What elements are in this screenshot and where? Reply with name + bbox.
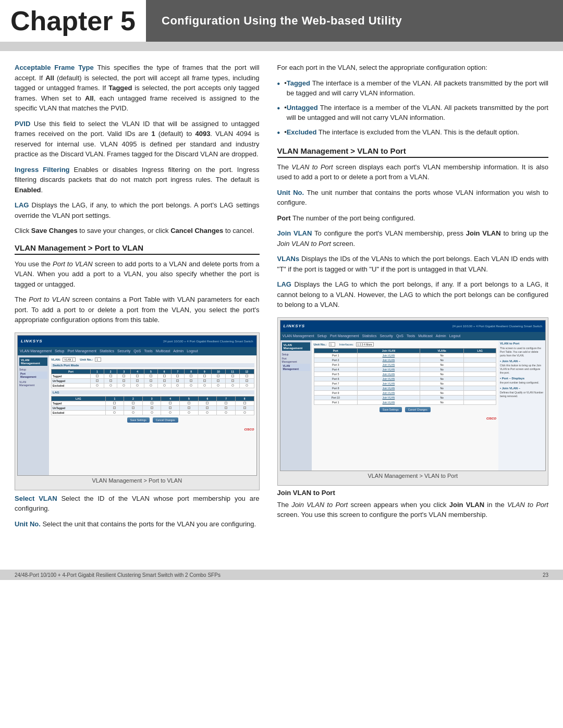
ui-body-left: VLANManagement Setup PortManagement VLAN… <box>18 355 256 475</box>
lag-term: LAG <box>15 201 29 209</box>
port-to-vlan-para2: The Port to VLAN screen contains a Port … <box>15 294 260 325</box>
ui-sidebar-right: VLANManagement Setup PortManagement VLAN… <box>280 340 312 471</box>
select-vlan-term: Select VLAN <box>15 495 57 502</box>
unit-no-para-right: Unit No. The unit number that contains t… <box>277 188 548 208</box>
ui-body-right: VLANManagement Setup PortManagement VLAN… <box>280 340 545 471</box>
ui-table-right: Port Join VLAN VLANs LAG Port 1 Join VLA… <box>314 348 496 405</box>
join-vlan-para: Join VLAN To configure the port's VLAN m… <box>277 228 548 249</box>
footer-right: 23 <box>543 572 548 578</box>
chapter-label: Chapter 5 <box>10 7 136 34</box>
ui-right-panel: VLAN to Port This screen is used to conf… <box>498 340 545 471</box>
left-column: Acceptable Frame Type This specifies the… <box>15 63 271 534</box>
table-row: Port 10 Join VLAN No <box>314 395 496 400</box>
footer-left: 24/48-Port 10/100 + 4-Port Gigabit Resil… <box>15 572 221 578</box>
table-row: Port 5 Join VLAN No <box>314 372 496 376</box>
pvid-term: PVID <box>15 120 30 128</box>
main-content: Acceptable Frame Type This specifies the… <box>0 51 563 544</box>
unit-no-term-right: Unit No. <box>277 189 304 196</box>
ui-header-left: LINKSYS 24 port 10/100 + 4 Port Gigabit … <box>18 336 256 347</box>
acceptable-frame-type-term: Acceptable Frame Type <box>15 64 94 71</box>
lag-para: LAG Displays the LAG, if any, to which t… <box>15 200 260 220</box>
ui-save-btn-right[interactable]: Save Settings <box>380 407 402 412</box>
port-config-intro: For each port in the VLAN, select the ap… <box>277 63 548 73</box>
table-row: Port 4 Join VLAN No <box>314 367 496 372</box>
table-row: Port 7 Join VLAN No <box>314 381 496 386</box>
right-column: For each port in the VLAN, select the ap… <box>271 63 548 534</box>
ui-main-left: VLAN: VLAN 1 Unit No.: 1 Switch Port Mod… <box>49 355 256 475</box>
acceptable-frame-type-para: Acceptable Frame Type This specifies the… <box>15 63 260 114</box>
vlan-to-port-heading: VLAN Management > VLAN to Port <box>277 146 548 158</box>
ingress-filtering-term: Ingress Filtering <box>15 166 70 174</box>
bullet-excluded: • Excluded The interface is excluded fro… <box>277 127 548 139</box>
screenshot1-label: VLAN Management > Port to VLAN <box>17 477 257 484</box>
ui-logo-left: LINKSYS <box>21 339 43 343</box>
ui-save-btn-left[interactable]: Save Settings <box>127 417 150 423</box>
select-vlan-para: Select VLAN Select the ID of the VLAN wh… <box>15 493 260 514</box>
lag-para-right: LAG Displays the LAG to which the port b… <box>277 279 548 310</box>
port-term-right: Port <box>277 214 291 222</box>
save-changes-para: Click Save Changes to save your changes,… <box>15 226 260 236</box>
ingress-filtering-para: Ingress Filtering Enables or disables In… <box>15 165 260 195</box>
bullet-tagged: • Tagged The interface is a member of th… <box>277 78 548 98</box>
lag-term-right: LAG <box>277 280 291 288</box>
ui-main-right: Unit No.: 1 Interfaces: 1 2 3 4 More Por… <box>312 340 498 471</box>
ui-logo-right: LINKSYS <box>284 324 305 328</box>
pvid-para: PVID Use this field to select the VLAN I… <box>15 119 260 159</box>
chapter-title: Configuration Using the Web-based Utilit… <box>162 14 402 28</box>
ui-sidebar-left: VLANManagement Setup PortManagement VLAN… <box>18 355 49 475</box>
port-to-vlan-para1: You use the Port to VLAN screen to add p… <box>15 259 260 290</box>
port-to-vlan-heading: VLAN Management > Port to VLAN <box>15 243 260 255</box>
page-footer: 24/48-Port 10/100 + 4-Port Gigabit Resil… <box>0 570 563 580</box>
join-vlan-to-port-para: The Join VLAN to Port screen appears whe… <box>277 500 548 520</box>
ui-table-left: Port 123456789101112 Tagged <box>51 369 254 388</box>
ui-cancel-btn-left[interactable]: Cancel Changes <box>153 417 178 423</box>
table-row: Port 6 Join VLAN No <box>314 376 496 381</box>
screenshot-vlan-to-port: LINKSYS 24 port 10/100 + 4 Port Gigabit … <box>277 317 548 486</box>
vlans-term: VLANs <box>277 255 300 263</box>
table-row: Port 1 Join VLAN No <box>314 400 496 404</box>
screenshot-inner-right: LINKSYS 24 port 10/100 + 4 Port Gigabit … <box>280 320 546 471</box>
join-vlan-to-port-heading: Join VLAN to Port <box>277 489 548 497</box>
chapter-title-block: Configuration Using the Web-based Utilit… <box>146 0 563 42</box>
ui-table-lag: LAG 12345678 Tagged <box>51 396 254 415</box>
join-vlan-term: Join VLAN <box>277 229 312 237</box>
ui-cancel-btn-right[interactable]: Cancel Changes <box>405 407 431 412</box>
table-row: Port 1 Join VLAN No <box>314 353 496 357</box>
unit-no-term-left: Unit No. <box>15 520 41 528</box>
screenshot-inner-left: LINKSYS 24 port 10/100 + 4 Port Gigabit … <box>17 335 257 476</box>
bullet-untagged: • Untagged The interface is a member of … <box>277 103 548 123</box>
screenshot2-label: VLAN Management > VLAN to Port <box>280 473 546 479</box>
screenshot-port-to-vlan: LINKSYS 24 port 10/100 + 4 Port Gigabit … <box>15 332 260 490</box>
table-row: Port 9 Join VLAN No <box>314 390 496 395</box>
table-row: Port 2 Join VLAN No <box>314 357 496 362</box>
unit-no-para-left: Unit No. Select the unit that contains t… <box>15 519 260 529</box>
ui-nav-right: VLAN Management Setup Port Management St… <box>280 332 545 340</box>
top-bar <box>0 42 563 51</box>
table-row: Port 3 Join VLAN No <box>314 362 496 367</box>
port-config-bullets: • Tagged The interface is a member of th… <box>277 78 548 139</box>
page-header: Chapter 5 Configuration Using the Web-ba… <box>0 0 563 42</box>
port-para-right: Port The number of the port being config… <box>277 213 548 224</box>
table-row: Port 8 Join VLAN No <box>314 386 496 390</box>
chapter-block: Chapter 5 <box>0 0 146 42</box>
ui-header-right: LINKSYS 24 port 10/100 + 4 Port Gigabit … <box>280 320 545 332</box>
vlan-to-port-para1: The VLAN to Port screen displays each po… <box>277 162 548 182</box>
vlans-para: VLANs Displays the IDs of the VLANs to w… <box>277 254 548 274</box>
ui-nav-left: VLAN Management Setup Port Management St… <box>18 347 256 355</box>
